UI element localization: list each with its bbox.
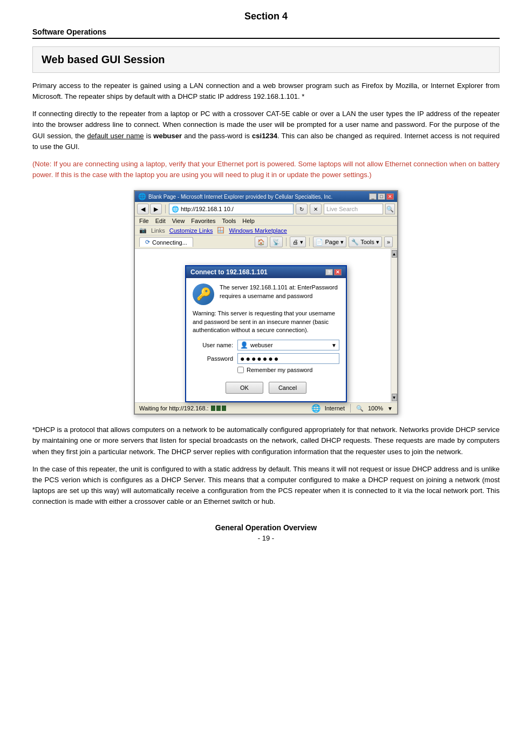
- page-btn[interactable]: 📄 Page ▾: [313, 237, 346, 247]
- username-input[interactable]: 👤 webuser ▼: [237, 340, 339, 350]
- para2-bold2: csi1234: [252, 132, 277, 140]
- dialog-help-btn[interactable]: ?: [325, 269, 333, 275]
- zoom-dropdown-icon[interactable]: ▼: [387, 406, 393, 411]
- browser-menubar: File Edit View Favorites Tools Help: [135, 217, 397, 226]
- browser-nav-buttons[interactable]: ◀ ▶: [137, 204, 162, 214]
- close-btn[interactable]: ✕: [386, 193, 394, 200]
- ok-button[interactable]: OK: [226, 382, 263, 394]
- remember-row: Remember my password: [237, 367, 339, 373]
- username-value: webuser: [250, 342, 273, 348]
- separator-2: [286, 238, 287, 246]
- dialog-buttons: OK Cancel: [193, 379, 339, 396]
- menu-help[interactable]: Help: [242, 218, 255, 224]
- menu-view[interactable]: View: [172, 218, 185, 224]
- links-label: Links: [151, 227, 165, 234]
- browser-titlebar: 🌐 Blank Page - Microsoft Internet Explor…: [135, 191, 397, 202]
- box-heading: Web based GUI Session: [42, 53, 490, 66]
- dialog-title-buttons[interactable]: ? ✕: [325, 269, 342, 275]
- browser-linksbar: 📷 Links Customize Links 🪟 Windows Market…: [135, 226, 397, 235]
- search-text: Live Search: [326, 206, 358, 212]
- progress-block-2: [216, 406, 221, 411]
- customize-links[interactable]: Customize Links: [169, 227, 213, 234]
- links-icon: 📷: [139, 227, 147, 234]
- tools-btn[interactable]: 🔧 Tools ▾: [349, 237, 382, 247]
- minimize-btn[interactable]: _: [369, 193, 377, 200]
- search-go-btn[interactable]: 🔍: [385, 204, 395, 214]
- key-icon: 🔑: [193, 284, 214, 305]
- paragraph-2: If connecting directly to the repeater f…: [32, 109, 500, 152]
- print-btn[interactable]: 🖨 ▾: [290, 237, 306, 247]
- tab-extra-controls: 🏠 📡 🖨 ▾ 📄 Page ▾ 🔧 Tools ▾ »: [255, 237, 393, 247]
- dialog-title-text: Connect to 192.168.1.101: [190, 268, 268, 276]
- windows-marketplace[interactable]: Windows Marketplace: [229, 227, 287, 234]
- refresh-icon[interactable]: ↻: [296, 204, 308, 214]
- browser-content: ▲ ▼ Connect to 192.168.1.101 ? ✕: [135, 249, 397, 402]
- tab-text: Connecting...: [152, 239, 187, 246]
- statusbar-left: Waiting for http://192.168.:: [139, 405, 226, 411]
- username-dropdown-icon[interactable]: ▼: [331, 342, 337, 348]
- menu-edit[interactable]: Edit: [155, 218, 166, 224]
- page-footer: General Operation Overview: [32, 523, 500, 532]
- browser-window-controls[interactable]: _ □ ✕: [369, 193, 394, 200]
- stop-icon[interactable]: ✕: [310, 204, 322, 214]
- browser-statusbar: Waiting for http://192.168.: 🌐 Internet …: [135, 402, 397, 414]
- username-label: User name:: [193, 342, 233, 348]
- expand-btn[interactable]: »: [384, 237, 393, 247]
- internet-zone: Internet: [325, 405, 345, 411]
- para2-orange: (Note: If you are connecting using a lap…: [32, 159, 500, 180]
- browser-favicon: 🌐: [138, 193, 146, 200]
- dialog-icon-row: 🔑 The server 192.168.1.101 at: EnterPass…: [193, 284, 339, 305]
- page-number: - 19 -: [32, 534, 500, 542]
- dialog-message: The server 192.168.1.101 at: EnterPasswo…: [220, 284, 339, 300]
- marketplace-icon: 🪟: [217, 227, 224, 234]
- tab-loading-icon: ⟳: [145, 239, 150, 246]
- section-title: Software Operations: [32, 28, 500, 39]
- paragraph-1: Primary access to the repeater is gained…: [32, 80, 500, 102]
- separator-status: [350, 404, 351, 413]
- menu-tools[interactable]: Tools: [222, 218, 236, 224]
- maximize-btn[interactable]: □: [378, 193, 385, 200]
- menu-file[interactable]: File: [139, 218, 149, 224]
- address-bar[interactable]: 🌐 http://192.168.1 10./: [169, 204, 294, 214]
- forward-btn[interactable]: ▶: [150, 204, 162, 214]
- dialog-titlebar: Connect to 192.168.1.101 ? ✕: [186, 266, 346, 278]
- browser-toolbar: ◀ ▶ 🌐 http://192.168.1 10./ ↻ ✕ Live Sea…: [135, 202, 397, 217]
- dialog-close-btn[interactable]: ✕: [334, 269, 342, 275]
- remember-checkbox[interactable]: [237, 367, 244, 373]
- browser-screenshot: 🌐 Blank Page - Microsoft Internet Explor…: [32, 190, 500, 415]
- internet-icon: 🌐: [311, 404, 320, 413]
- dialog-warning: Warning: This server is requesting that …: [193, 309, 339, 334]
- progress-block-1: [211, 406, 215, 411]
- dialog-box: Connect to 192.168.1.101 ? ✕ 🔑 The serve…: [185, 265, 347, 402]
- statusbar-right: 🌐 Internet 🔍 100% ▼: [311, 404, 393, 413]
- username-row: User name: 👤 webuser ▼: [193, 340, 339, 350]
- password-input[interactable]: ●●●●●●●: [237, 353, 339, 364]
- back-btn[interactable]: ◀: [137, 204, 149, 214]
- zoom-indicator: 100%: [368, 405, 383, 411]
- address-icon: 🌐: [172, 206, 179, 213]
- browser-tabbar: ⟳ Connecting... 🏠 📡 🖨 ▾ 📄 Page ▾ 🔧 Tools…: [135, 235, 397, 249]
- rss-icon-btn[interactable]: 📡: [270, 237, 283, 247]
- content-box: Web based GUI Session: [32, 46, 500, 73]
- zoom-icon: 🔍: [356, 405, 364, 412]
- para2-part2: is: [144, 132, 154, 140]
- menu-favorites[interactable]: Favorites: [191, 218, 215, 224]
- page-header: Section 4: [32, 11, 500, 22]
- home-icon-btn[interactable]: 🏠: [255, 237, 268, 247]
- browser-tab-active[interactable]: ⟳ Connecting...: [139, 237, 193, 247]
- browser-title-text: Blank Page - Microsoft Internet Explorer…: [148, 194, 332, 200]
- search-bar[interactable]: Live Search: [324, 204, 383, 214]
- para2-underline: default user name: [87, 132, 144, 140]
- para2-bold1: webuser: [153, 132, 182, 140]
- separator-1: [165, 205, 166, 213]
- dialog-overlay: Connect to 192.168.1.101 ? ✕ 🔑 The serve…: [185, 265, 347, 402]
- password-label: Password: [193, 355, 233, 362]
- password-row: Password ●●●●●●●: [193, 353, 339, 364]
- password-dots: ●●●●●●●: [240, 354, 279, 363]
- progress-bar: [211, 406, 226, 411]
- separator-3: [309, 238, 310, 246]
- remember-label: Remember my password: [247, 367, 312, 373]
- cancel-button[interactable]: Cancel: [269, 382, 306, 394]
- footnote: *DHCP is a protocol that allows computer…: [32, 424, 500, 457]
- para2-part3: and the pass-word is: [182, 132, 252, 140]
